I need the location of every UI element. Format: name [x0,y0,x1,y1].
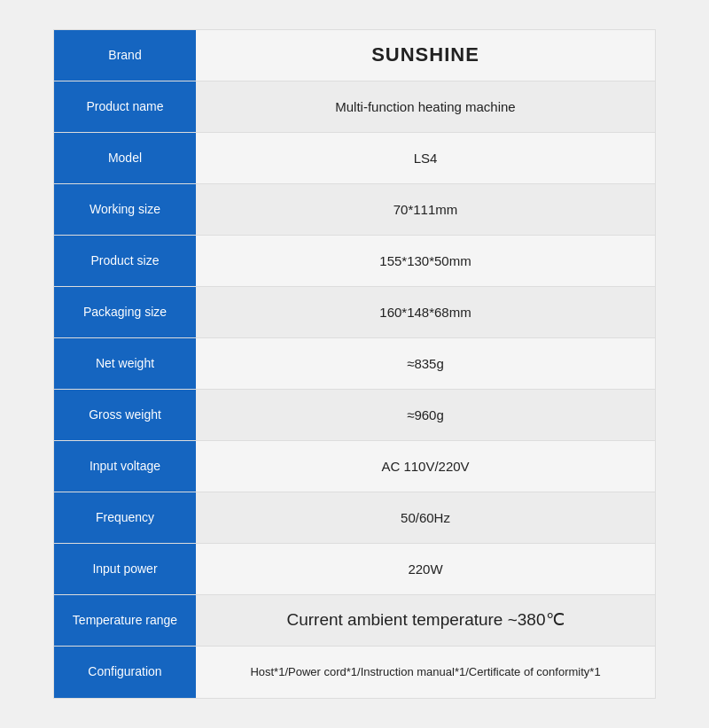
spec-value: ≈960g [196,390,655,440]
table-row: Temperature rangeCurrent ambient tempera… [54,595,655,647]
table-row: Input power220W [54,544,655,595]
spec-label: Frequency [54,492,196,543]
spec-label: Packaging size [54,287,196,337]
table-row: Product nameMulti-function heating machi… [54,81,655,133]
table-row: Gross weight≈960g [54,390,655,441]
spec-value: SUNSHINE [196,30,655,81]
spec-label: Input voltage [54,441,196,492]
spec-label: Gross weight [54,390,196,440]
table-row: ConfigurationHost*1/Power cord*1/Instruc… [54,647,655,698]
spec-value: 160*148*68mm [196,287,655,337]
table-row: Frequency50/60Hz [54,492,655,544]
table-row: Input voltageAC 110V/220V [54,441,655,492]
spec-value: AC 110V/220V [196,441,655,492]
spec-label: Temperature range [54,595,196,646]
table-row: BrandSUNSHINE [54,30,655,81]
table-row: Working size70*111mm [54,184,655,236]
spec-label: Configuration [54,647,196,698]
table-row: Packaging size160*148*68mm [54,287,655,338]
spec-label: Model [54,133,196,183]
spec-value: 70*111mm [196,184,655,235]
table-row: ModelLS4 [54,133,655,184]
spec-label: Product name [54,81,196,132]
spec-label: Product size [54,236,196,286]
spec-value: Multi-function heating machine [196,81,655,132]
spec-value: LS4 [196,133,655,183]
spec-label: Net weight [54,338,196,389]
spec-value: 220W [196,544,655,594]
spec-value: ≈835g [196,338,655,389]
table-row: Product size155*130*50mm [54,236,655,287]
spec-value: Current ambient temperature ~380℃ [196,595,655,646]
spec-table: BrandSUNSHINEProduct nameMulti-function … [53,29,656,699]
spec-value: 50/60Hz [196,492,655,543]
spec-label: Brand [54,30,196,81]
spec-value: Host*1/Power cord*1/Instruction manual*1… [196,647,655,698]
spec-label: Input power [54,544,196,594]
spec-value: 155*130*50mm [196,236,655,286]
spec-label: Working size [54,184,196,235]
table-row: Net weight≈835g [54,338,655,390]
